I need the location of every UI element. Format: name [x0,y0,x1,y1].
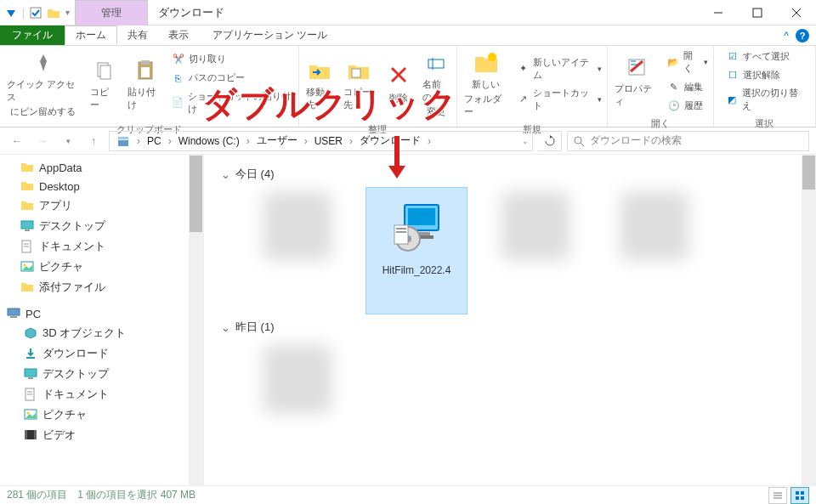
file-thumbnail [502,192,570,260]
navigation-pane: AppDataDesktopアプリデスクトップドキュメントピクチャ添付ファイルP… [0,155,204,485]
breadcrumb-item[interactable]: ダウンロード [356,133,434,148]
sidebar-scrollbar[interactable] [189,155,203,485]
sidebar-item-label: 添付ファイル [39,280,105,295]
tab-home[interactable]: ホーム [65,25,117,45]
sidebar-item-label: アプリ [39,198,72,213]
tab-share[interactable]: 共有 [117,25,158,45]
file-item[interactable] [246,340,348,467]
sidebar-item[interactable]: ドキュメント [0,236,203,257]
folder-icon [20,179,34,193]
video-icon [24,428,37,442]
rename-button[interactable]: 名前の変更 [419,48,453,120]
search-icon [573,135,585,147]
file-item[interactable] [484,187,586,314]
sidebar-item[interactable]: Desktop [0,177,203,195]
file-item[interactable] [604,187,706,314]
up-button[interactable]: ↑ [83,131,104,151]
cut-button[interactable]: ✂️切り取り [170,51,295,68]
search-input[interactable]: ダウンロードの検索 [567,131,809,151]
sidebar-item[interactable]: 3D オブジェクト [0,323,203,343]
sidebar-item[interactable]: ビデオ [0,425,203,445]
breadcrumb-item[interactable]: ユーザー [253,133,311,148]
sidebar-item[interactable]: ピクチャ [0,257,203,277]
sidebar-item[interactable]: ドキュメント [0,384,203,405]
select-none-button[interactable]: ☐選択解除 [724,66,805,83]
copy-path-button[interactable]: ⎘パスのコピー [170,70,295,87]
minimize-button[interactable] [699,0,738,25]
refresh-button[interactable] [538,131,562,151]
sidebar-item[interactable]: ダウンロード [0,343,203,364]
new-item-button[interactable]: ✦新しいアイテム▾ [515,54,604,83]
sidebar-item[interactable]: ピクチャ [0,405,203,425]
folder-icon [20,280,34,294]
qat-dropdown-icon[interactable]: ▾ [65,8,70,17]
properties-button[interactable]: プロパティ [611,52,662,110]
breadcrumb-item[interactable]: USER [311,135,356,147]
ribbon-group-open: 開く [608,116,713,132]
move-to-button[interactable]: 移動先 [303,55,337,113]
file-item[interactable] [246,187,348,314]
breadcrumb-root[interactable] [113,135,144,147]
arrow-down-icon[interactable] [5,7,17,19]
documents-icon [24,388,37,401]
sidebar-item[interactable]: アプリ [0,195,203,216]
ribbon-collapse-icon[interactable]: ^ [784,30,789,42]
details-view-button[interactable] [768,487,787,504]
breadcrumb[interactable]: PC Windows (C:) ユーザー USER ダウンロード ⌄ [109,131,533,151]
paste-button[interactable]: 貼り付け [124,55,167,113]
history-button[interactable]: 🕑履歴 [666,97,710,114]
recent-locations-button[interactable]: ▾ [58,131,78,151]
close-button[interactable] [777,0,816,25]
sidebar-item[interactable]: デスクトップ [0,364,203,384]
sidebar-item[interactable]: PC [0,304,203,323]
tab-view[interactable]: 表示 [158,25,199,45]
tab-file[interactable]: ファイル [0,25,65,45]
sidebar-item-label: ピクチャ [39,259,83,275]
svg-rect-56 [801,496,804,500]
icons-view-button[interactable] [790,487,809,504]
group-header[interactable]: ⌄昨日 (1) [221,314,799,340]
svg-rect-31 [25,369,37,377]
group-header-label: 今日 (4) [235,167,275,182]
invert-selection-button[interactable]: ◩選択の切り替え [724,85,805,114]
folder-icon[interactable] [47,7,60,19]
breadcrumb-item[interactable]: PC [144,135,175,147]
manage-context-tab[interactable]: 管理 [75,0,148,25]
sidebar-item[interactable]: デスクトップ [0,216,203,236]
svg-point-27 [24,264,26,267]
tab-application-tools[interactable]: アプリケーション ツール [199,25,341,45]
svg-rect-18 [118,137,128,139]
maximize-button[interactable] [738,0,777,25]
new-shortcut-button[interactable]: ↗ショートカット▾ [515,85,604,114]
group-header[interactable]: ⌄今日 (4) [221,161,799,187]
sidebar-item-label: Desktop [39,180,80,193]
back-button[interactable]: ← [7,131,27,151]
svg-rect-55 [796,496,799,500]
sidebar-item-label: ダウンロード [42,346,109,361]
open-button[interactable]: 📂開く▾ [666,48,710,76]
file-item-HitFilm_2022.4[interactable]: HitFilm_2022.4 [366,187,468,314]
svg-rect-32 [28,377,33,379]
svg-point-15 [488,53,496,61]
edit-button[interactable]: ✎編集 [666,78,710,95]
pin-to-quick-access-button[interactable]: クイック アクセス にピン留めする [3,48,83,120]
paste-shortcut-button[interactable]: 📄ショートカットの貼り付け [170,88,295,117]
select-all-button[interactable]: ☑すべて選択 [724,48,805,65]
folder-icon [20,161,34,174]
checkbox-icon[interactable] [30,7,42,19]
sidebar-item[interactable]: AppData [0,158,203,177]
desktop-icon [20,219,34,233]
delete-button[interactable]: 削除 [382,61,416,106]
breadcrumb-item[interactable]: Windows (C:) [175,135,253,147]
help-icon[interactable]: ? [796,29,809,42]
search-placeholder: ダウンロードの検索 [590,133,682,148]
forward-button[interactable]: → [32,131,53,151]
copy-button[interactable]: コピー [87,55,121,113]
sidebar-item-label: デスクトップ [39,218,105,234]
sidebar-item[interactable]: 添付ファイル [0,277,203,297]
chevron-down-icon: ⌄ [221,321,230,334]
new-folder-button[interactable]: 新しいフォルダー [461,48,512,120]
copy-to-button[interactable]: コピー先 [340,55,378,113]
content-scrollbar[interactable] [802,155,816,485]
svg-rect-42 [408,208,435,225]
